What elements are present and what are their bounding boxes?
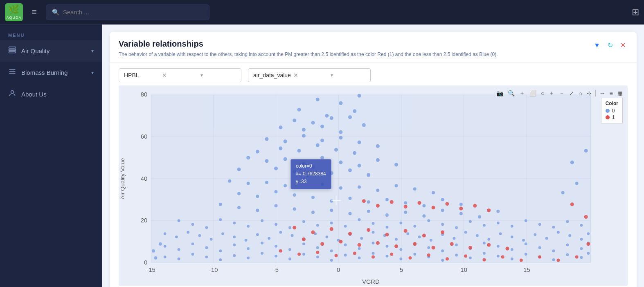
svg-point-310	[586, 242, 590, 246]
svg-point-165	[326, 235, 329, 238]
home-icon[interactable]: ⌂	[577, 89, 583, 97]
svg-point-307	[487, 209, 491, 212]
lasso-icon[interactable]: ○	[539, 89, 546, 97]
svg-point-160	[268, 237, 270, 240]
svg-point-222	[178, 258, 180, 260]
svg-rect-1	[9, 49, 16, 50]
layers-icon[interactable]: ⊞	[632, 7, 639, 18]
svg-point-174	[430, 239, 432, 242]
svg-point-49	[320, 125, 324, 128]
svg-point-44	[330, 116, 333, 120]
compare-icon[interactable]: ≡	[608, 89, 615, 97]
select-box-icon[interactable]: ⬜	[528, 89, 538, 97]
scatter-plot[interactable]: 📷 🔍 ＋ ⬜ ○ ＋ － ⤢ ⌂ ⊹ ↔ ≡ ▦	[119, 85, 628, 286]
svg-point-246	[511, 258, 513, 260]
svg-point-138	[413, 225, 416, 228]
svg-point-197	[275, 245, 277, 248]
sidebar-item-air-quality[interactable]: Air Quality ▾	[0, 40, 102, 62]
svg-point-212	[483, 242, 486, 244]
expand-icon[interactable]: ⤢	[567, 89, 576, 97]
x-variable-dropdown[interactable]: HPBL ✕ ▾	[119, 68, 241, 82]
svg-point-291	[464, 254, 467, 258]
svg-point-123	[205, 226, 208, 229]
sidebar-item-biomass-burning[interactable]: Biomass Burning ▾	[0, 62, 102, 83]
svg-point-45	[348, 115, 352, 119]
svg-point-224	[205, 256, 208, 258]
camera-icon[interactable]: 📷	[495, 89, 505, 97]
svg-point-158	[245, 239, 248, 242]
svg-point-296	[556, 259, 560, 262]
chevron-down-icon: ▾	[91, 70, 94, 76]
svg-point-50	[339, 130, 342, 134]
zoom-in-icon[interactable]: ＋	[547, 89, 556, 98]
svg-point-302	[418, 201, 421, 205]
hamburger-button[interactable]: ≡	[28, 5, 41, 19]
x-variable-value: HPBL	[124, 72, 160, 78]
svg-point-208	[427, 246, 430, 249]
svg-point-243	[469, 256, 472, 259]
svg-point-156	[221, 232, 224, 235]
svg-point-168	[360, 237, 363, 240]
svg-point-161	[279, 231, 282, 234]
search-bar[interactable]: 🔍	[46, 4, 209, 20]
svg-point-258	[159, 242, 162, 246]
x-variable-clear-button[interactable]: ✕	[162, 72, 198, 78]
svg-point-267	[422, 234, 426, 238]
svg-point-171	[395, 238, 398, 241]
svg-text:-15: -15	[147, 267, 155, 273]
collapse-button[interactable]: ▼	[592, 40, 602, 50]
legend-item-1: 1	[606, 114, 618, 120]
svg-point-217	[552, 249, 555, 252]
svg-point-187	[580, 238, 583, 241]
bar-chart-icon[interactable]: ▦	[616, 89, 624, 97]
svg-point-183	[534, 233, 536, 236]
refresh-button[interactable]: ↻	[606, 40, 615, 50]
logo-icon: 🌿	[8, 4, 19, 15]
svg-point-127	[261, 219, 263, 222]
menu-label: MENU	[0, 29, 102, 40]
svg-point-190	[178, 248, 180, 251]
svg-point-107	[256, 209, 259, 212]
svg-point-139	[427, 219, 430, 222]
card-header: Variable relationships The behavior of a…	[110, 32, 637, 63]
card-description: The behavior of a variable with respect …	[119, 51, 588, 58]
svg-text:Air Quality Value: Air Quality Value	[119, 158, 126, 200]
spike-lines-icon[interactable]: ⊹	[585, 89, 593, 97]
close-button[interactable]: ✕	[618, 40, 628, 50]
svg-point-6	[11, 90, 14, 93]
plus-icon[interactable]: ＋	[518, 89, 527, 98]
svg-point-209	[441, 249, 444, 252]
svg-point-81	[247, 182, 250, 185]
svg-point-297	[575, 256, 579, 259]
svg-point-91	[432, 191, 435, 194]
list-icon	[8, 67, 16, 78]
svg-point-155	[210, 238, 213, 241]
y-variable-dropdown[interactable]: air_data_value ✕ ▾	[248, 68, 371, 82]
svg-point-179	[487, 238, 490, 241]
svg-point-103	[441, 198, 444, 201]
search-input[interactable]	[63, 9, 203, 16]
zoom-icon[interactable]: 🔍	[506, 89, 516, 97]
y-variable-clear-button[interactable]: ✕	[293, 72, 328, 78]
svg-point-48	[302, 128, 306, 132]
svg-point-132	[330, 222, 333, 224]
sidebar-item-about-us[interactable]: About Us	[0, 83, 102, 105]
svg-point-135	[372, 222, 375, 225]
svg-point-236	[372, 252, 375, 255]
svg-point-253	[570, 161, 574, 164]
svg-point-288	[409, 256, 412, 260]
legend-item-0: 0	[606, 108, 618, 114]
svg-point-87	[358, 186, 361, 189]
zoom-out-icon[interactable]: －	[557, 89, 566, 98]
svg-point-221	[164, 256, 167, 258]
svg-point-89	[395, 184, 398, 187]
svg-point-101	[404, 201, 407, 204]
svg-point-173	[418, 235, 421, 238]
svg-point-84	[302, 178, 305, 181]
svg-text:20: 20	[141, 217, 147, 224]
svg-point-79	[237, 168, 241, 171]
svg-point-228	[261, 252, 263, 255]
pan-icon[interactable]: ↔	[598, 89, 607, 97]
svg-point-279	[487, 243, 491, 247]
svg-point-55	[339, 136, 342, 139]
